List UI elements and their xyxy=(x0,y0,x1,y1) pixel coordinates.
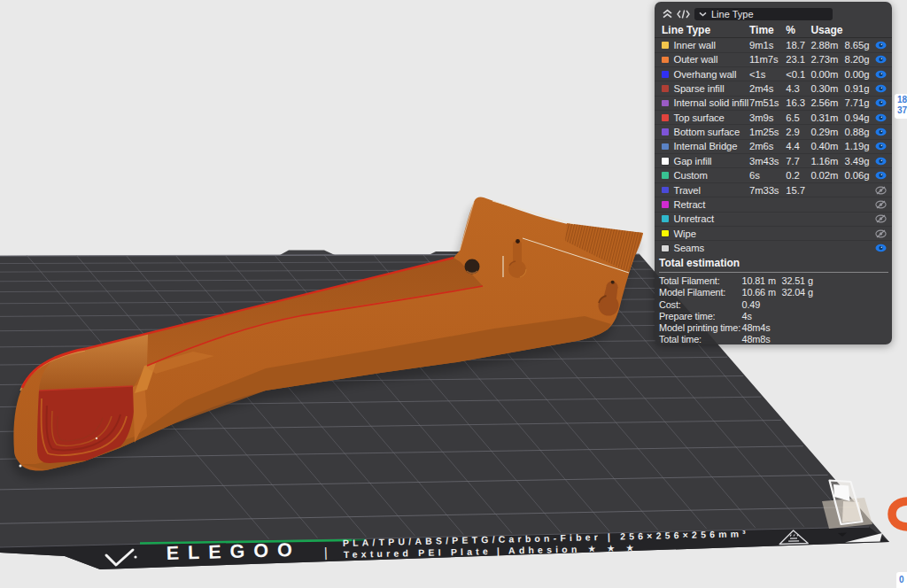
brand-logo-partial xyxy=(892,501,907,527)
eye-visible-icon xyxy=(875,157,887,166)
bottom-value-text: 0 xyxy=(899,575,904,584)
model-hole-round xyxy=(465,259,480,275)
line-type-swatch xyxy=(662,187,669,194)
toggle-visibility-button[interactable] xyxy=(875,41,888,50)
view-type-dropdown[interactable]: Line Type xyxy=(694,8,833,20)
toggle-visibility-button[interactable] xyxy=(875,157,888,166)
estimation-value2: 32.04 g xyxy=(782,287,813,298)
eye-visible-icon xyxy=(875,41,887,50)
time-value: 7m33s xyxy=(749,185,786,196)
usage-length-value: 2.73m xyxy=(810,54,844,65)
toggle-visibility-button[interactable] xyxy=(875,229,888,238)
estimation-value: 4s xyxy=(742,311,752,322)
estimation-label: Model Filament: xyxy=(659,287,725,298)
estimation-label: Model printing time: xyxy=(659,322,740,334)
eye-hidden-icon xyxy=(875,214,887,223)
gcode-window-button[interactable] xyxy=(676,7,690,21)
percent-value: 18.7 xyxy=(786,40,810,50)
legend-row-internal-bridge: Internal Bridge2m6s4.40.40m1.19g xyxy=(655,140,892,154)
toggle-visibility-button[interactable] xyxy=(875,171,888,180)
percent-value: 0.2 xyxy=(786,170,810,181)
column-usage: Usage xyxy=(810,24,892,36)
estimation-value2: 32.51 g xyxy=(782,275,813,287)
eye-hidden-icon xyxy=(875,186,887,195)
percent-value: 4.4 xyxy=(786,141,810,151)
time-value: 7m51s xyxy=(749,97,786,108)
view-type-value: Line Type xyxy=(711,9,754,19)
toggle-visibility-button[interactable] xyxy=(875,84,888,93)
toggle-visibility-button[interactable] xyxy=(875,113,888,122)
eye-visible-icon xyxy=(875,171,887,180)
eye-visible-icon xyxy=(875,142,887,151)
toggle-visibility-button[interactable] xyxy=(875,98,888,107)
usage-length-value: 2.56m xyxy=(810,97,844,108)
estimation-value: 10.81 m xyxy=(742,275,776,287)
legend-row-sparse-infill: Sparse infill2m4s4.30.30m0.91g xyxy=(655,81,892,96)
eye-hidden-icon xyxy=(875,200,887,209)
legend-row-internal-solid-infill: Internal solid infill7m51s16.32.56m7.71g xyxy=(655,97,892,111)
toggle-visibility-button[interactable] xyxy=(875,142,888,151)
estimation-label: Prepare time: xyxy=(659,311,715,322)
legend-row-overhang-wall: Overhang wall<1s<0.10.00m0.00g xyxy=(655,67,892,81)
column-percent: % xyxy=(786,24,810,36)
line-type-swatch xyxy=(662,143,669,151)
eye-visible-icon xyxy=(875,70,887,79)
plate-back-bump-left xyxy=(280,251,335,256)
time-value: <1s xyxy=(749,69,786,80)
legend-row-seams: Seams xyxy=(655,241,892,255)
toggle-visibility-button[interactable] xyxy=(875,128,888,136)
percent-value: 2.9 xyxy=(786,127,810,137)
legend-table-header: Line Type Time % Usage xyxy=(655,23,892,36)
plate-vmark-dot xyxy=(134,555,136,558)
time-value: 3m9s xyxy=(749,112,786,123)
percent-value: 16.3 xyxy=(786,97,810,108)
line-type-label: Seams xyxy=(674,243,750,253)
line-type-swatch xyxy=(662,42,669,49)
toggle-visibility-button[interactable] xyxy=(875,55,888,64)
usage-weight-value: 7.71g xyxy=(845,97,875,108)
usage-weight-value: 0.94g xyxy=(845,112,875,123)
time-value: 1m25s xyxy=(749,127,786,137)
total-estimation-title: Total estimation xyxy=(659,257,888,272)
legend-row-travel: Travel7m33s15.7 xyxy=(655,183,892,197)
estimation-row-total-time: Total time:48m8s xyxy=(659,334,888,345)
collapse-legend-button[interactable] xyxy=(660,7,674,21)
line-type-label: Outer wall xyxy=(674,54,750,65)
estimation-row-model-filament: Model Filament:10.66 m32.04 g xyxy=(659,287,888,298)
line-type-label: Internal Bridge xyxy=(674,141,750,151)
percent-value: 4.3 xyxy=(786,83,810,94)
estimation-row-total-filament: Total Filament:10.81 m32.51 g xyxy=(659,275,888,287)
toggle-visibility-button[interactable] xyxy=(875,214,888,223)
usage-weight-value: 0.88g xyxy=(845,127,875,137)
legend-row-unretract: Unretract xyxy=(655,213,892,227)
layer-range-line2: 37. xyxy=(897,105,907,116)
estimation-value: 48m8s xyxy=(742,334,771,345)
usage-weight-value: 3.49g xyxy=(845,156,875,166)
line-type-label: Sparse infill xyxy=(674,83,750,94)
model-seam-dot-1 xyxy=(19,465,22,468)
time-value: 9m1s xyxy=(749,40,786,50)
toggle-visibility-button[interactable] xyxy=(875,186,888,195)
line-type-label: Overhang wall xyxy=(674,69,750,80)
toggle-visibility-button[interactable] xyxy=(875,244,888,252)
usage-weight-value: 0.00g xyxy=(845,69,875,80)
usage-length-value: 0.30m xyxy=(810,83,844,94)
percent-value: 6.5 xyxy=(786,112,810,123)
eye-visible-icon xyxy=(875,55,887,64)
estimation-value: 0.49 xyxy=(742,299,761,311)
percent-value: 23.1 xyxy=(786,54,810,65)
eye-visible-icon xyxy=(875,84,887,93)
toggle-visibility-button[interactable] xyxy=(875,200,888,209)
slicer-preview-window: ELEGOO | PLA/TPU/ABS/PETG/Carbon-Fiber|2… xyxy=(0,0,907,588)
legend-row-retract: Retract xyxy=(655,197,892,212)
estimation-label: Cost: xyxy=(659,299,681,311)
bottom-value-tooltip: 0 xyxy=(896,572,907,588)
legend-panel: Line Type Line Type Time % Usage Inner w… xyxy=(655,2,892,344)
estimation-row-prepare-time: Prepare time:4s xyxy=(659,311,888,322)
legend-row-top-surface: Top surface3m9s6.50.31m0.94g xyxy=(655,111,892,125)
usage-length-value: 0.40m xyxy=(810,141,844,151)
line-type-swatch xyxy=(662,114,669,121)
toggle-visibility-button[interactable] xyxy=(875,70,888,79)
percent-value: 15.7 xyxy=(786,185,810,196)
line-type-swatch xyxy=(662,158,669,165)
